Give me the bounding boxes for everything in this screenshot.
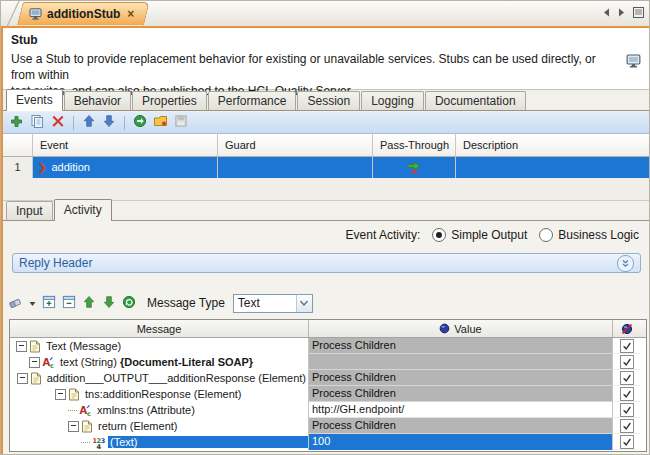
- tab-events[interactable]: Events: [6, 89, 63, 111]
- radio-simple-output[interactable]: Simple Output: [432, 228, 527, 242]
- message-type-select[interactable]: Text: [233, 294, 313, 313]
- attribute-type-icon: Ac: [79, 404, 92, 416]
- value-cell[interactable]: [309, 354, 613, 370]
- close-tab-icon[interactable]: ×: [127, 7, 134, 21]
- value-cell[interactable]: http://GH.endpoint/: [309, 402, 613, 418]
- delete-button[interactable]: [50, 113, 66, 132]
- copy-button[interactable]: [29, 113, 46, 133]
- node-label: return (Element): [96, 420, 179, 432]
- save-disabled-icon: [174, 114, 188, 128]
- guard-cell[interactable]: [218, 157, 373, 178]
- value-cell[interactable]: Process Children: [309, 418, 613, 434]
- event-name-cell[interactable]: ❯ addition: [33, 157, 218, 178]
- message-cell[interactable]: Acxmlns:tns (Attribute): [10, 402, 309, 418]
- validation-checkbox[interactable]: [620, 387, 634, 401]
- toolbar-separator: [124, 116, 125, 130]
- tree-row-0: Text (Message)Process Children: [10, 338, 646, 354]
- message-cell[interactable]: return (Element): [10, 418, 309, 434]
- tab-properties[interactable]: Properties: [132, 91, 207, 110]
- tab-documentation[interactable]: Documentation: [425, 91, 526, 110]
- validation-checkbox[interactable]: [620, 403, 634, 417]
- tab-session[interactable]: Session: [297, 91, 360, 110]
- tree-indent: [10, 442, 79, 443]
- value-cell[interactable]: 100: [309, 434, 613, 450]
- move-up-blue-button[interactable]: [81, 113, 97, 132]
- next-tab-icon[interactable]: [617, 7, 626, 18]
- guard-column-header[interactable]: Guard: [218, 134, 373, 157]
- tree-expander-icon[interactable]: [55, 389, 66, 400]
- message-cell[interactable]: tns:additionResponse (Element): [10, 386, 309, 402]
- tab-performance[interactable]: Performance: [208, 91, 297, 110]
- move-down-green-button[interactable]: [101, 294, 117, 313]
- validation-checkbox[interactable]: [620, 339, 634, 353]
- move-up-blue-icon: [82, 114, 96, 128]
- tab-behavior[interactable]: Behavior: [64, 91, 131, 110]
- tab-list-icon[interactable]: [632, 6, 645, 19]
- pass-through-column-header[interactable]: Pass-Through: [373, 134, 456, 157]
- move-down-green-icon: [102, 295, 116, 309]
- collapse-chevron-icon[interactable]: [617, 255, 634, 272]
- tree-expander-icon[interactable]: [29, 357, 40, 368]
- value-cell[interactable]: Process Children: [309, 370, 613, 386]
- move-up-green-button[interactable]: [81, 294, 97, 313]
- dropdown-caret-button[interactable]: [28, 295, 37, 311]
- open-folder-button[interactable]: [152, 113, 169, 132]
- sub-tabs: InputActivity: [3, 200, 649, 221]
- radio-icon: [432, 228, 446, 242]
- tree-expander-icon[interactable]: [17, 373, 28, 384]
- add-button[interactable]: [8, 113, 25, 133]
- event-row[interactable]: 1 ❯ addition: [3, 157, 650, 178]
- editor-tab-additionstub[interactable]: additionStub ×: [17, 2, 144, 25]
- description-cell[interactable]: [456, 157, 650, 178]
- move-down-blue-button[interactable]: [101, 113, 117, 132]
- value-cell[interactable]: Process Children: [309, 386, 613, 402]
- value-cell[interactable]: Process Children: [309, 338, 613, 354]
- radio-business-logic[interactable]: Business Logic: [539, 228, 639, 242]
- tree-rows: Text (Message)Process ChildrenActext (St…: [10, 338, 646, 450]
- validation-checkbox[interactable]: [620, 371, 634, 385]
- reply-header-section[interactable]: Reply Header: [12, 253, 641, 273]
- message-cell[interactable]: 1234(Text): [10, 434, 309, 450]
- save-disabled-button[interactable]: [173, 113, 189, 132]
- message-cell[interactable]: addition___OUTPUT___additionResponse (El…: [10, 370, 309, 386]
- check-cell: [613, 434, 640, 450]
- string-type-icon: Ac: [42, 356, 55, 368]
- validation-checkbox[interactable]: [620, 419, 634, 433]
- expand-all-button[interactable]: [41, 294, 57, 313]
- subtab-activity[interactable]: Activity: [54, 199, 112, 221]
- pass-through-toggle-button[interactable]: [132, 113, 148, 132]
- value-column-header[interactable]: Value: [309, 320, 613, 337]
- event-activity-label: Event Activity:: [346, 228, 421, 242]
- event-column-header[interactable]: Event: [33, 134, 218, 157]
- node-label: addition___OUTPUT___additionResponse (El…: [45, 372, 308, 384]
- node-label: tns:additionResponse (Element): [83, 388, 244, 400]
- validation-column-header[interactable]: [613, 320, 640, 337]
- element-doc-icon: [68, 388, 80, 401]
- validation-checkbox[interactable]: [620, 355, 634, 369]
- check-cell: [613, 338, 640, 354]
- editor-tab-bar: additionStub ×: [1, 1, 650, 26]
- description-column-header[interactable]: Description: [456, 134, 650, 157]
- subtab-input[interactable]: Input: [6, 201, 53, 220]
- collapse-all-icon: [62, 295, 76, 309]
- move-up-green-icon: [82, 295, 96, 309]
- check-cell: [613, 402, 640, 418]
- prev-tab-icon[interactable]: [602, 7, 611, 18]
- sync-button[interactable]: [121, 294, 137, 313]
- message-cell[interactable]: Text (Message): [10, 338, 309, 354]
- no-validation-icon: [621, 323, 633, 335]
- tree-indent: [10, 394, 53, 395]
- tree-expander-icon[interactable]: [68, 421, 79, 432]
- collapse-all-button[interactable]: [61, 294, 77, 313]
- validation-checkbox[interactable]: [620, 435, 634, 449]
- tree-expander-icon[interactable]: [16, 341, 27, 352]
- check-cell: [613, 354, 640, 370]
- tree-indent: [10, 410, 66, 411]
- open-folder-icon: [153, 114, 168, 128]
- eraser-button[interactable]: [7, 294, 24, 313]
- tree-indent: [10, 362, 27, 363]
- message-column-header[interactable]: Message: [10, 320, 309, 337]
- pass-through-cell[interactable]: [373, 157, 456, 178]
- message-cell[interactable]: Actext (String) {Document-Literal SOAP}: [10, 354, 309, 370]
- tab-logging[interactable]: Logging: [361, 91, 424, 110]
